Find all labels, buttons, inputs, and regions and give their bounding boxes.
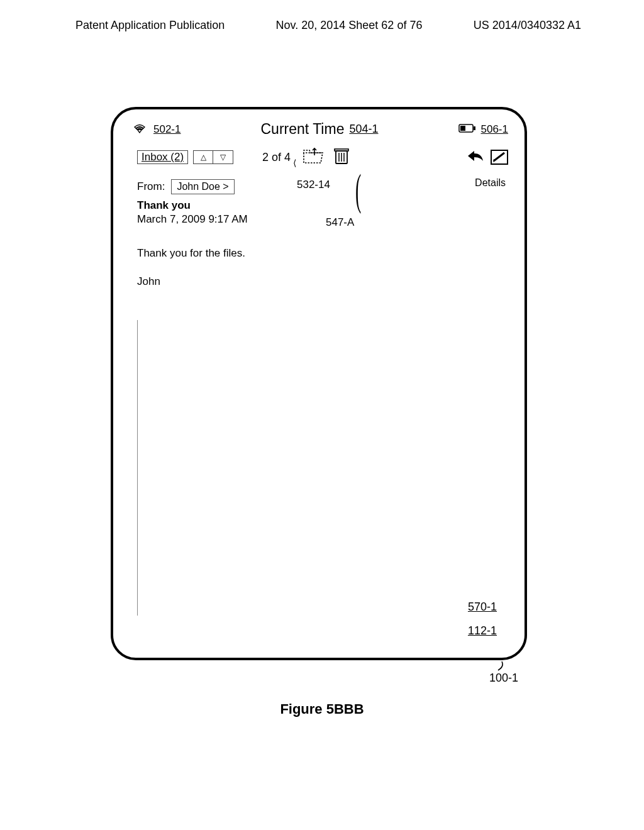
status-bar: 502-1 Current Time 504-1 506-1 xyxy=(113,109,525,144)
inbox-button[interactable]: Inbox (2) xyxy=(137,150,188,164)
nav-arrow-group: △ ▽ xyxy=(193,150,233,164)
nav-bar: Inbox (2) △ ▽ 2 of 4 ⟨ xyxy=(113,144,525,173)
page-header: Patent Application Publication Nov. 20, … xyxy=(0,0,644,38)
svg-line-8 xyxy=(494,153,504,161)
header-right: US 2014/0340332 A1 xyxy=(474,19,581,32)
message-body: Thank you for the files. John xyxy=(113,226,525,290)
body-line-1: Thank you for the files. xyxy=(137,245,508,262)
signal-ref-label: 502-1 xyxy=(153,123,180,136)
ref-532-14: 532-14 xyxy=(297,179,330,191)
compose-icon[interactable] xyxy=(491,150,508,165)
svg-rect-1 xyxy=(460,126,465,131)
sender-chip[interactable]: John Doe > xyxy=(171,179,234,194)
figure-caption: Figure 5BBB xyxy=(0,701,644,717)
wifi-icon xyxy=(132,122,147,136)
svg-rect-2 xyxy=(474,126,475,130)
message-counter: 2 of 4 xyxy=(262,151,291,164)
nav-up-button[interactable]: △ xyxy=(193,150,213,164)
header-left: Patent Application Publication xyxy=(75,19,225,32)
device-frame: 502-1 Current Time 504-1 506-1 Inbox (2)… xyxy=(111,107,527,660)
status-right: 506-1 xyxy=(458,123,508,136)
callout-brace: ( xyxy=(355,165,361,215)
nav-down-button[interactable]: ▽ xyxy=(213,150,233,164)
subject-text: Thank you xyxy=(137,199,508,212)
battery-ref-label: 506-1 xyxy=(481,123,508,136)
body-signature: John xyxy=(137,273,508,290)
status-center: Current Time 504-1 xyxy=(261,121,379,138)
from-label: From: xyxy=(137,180,165,193)
subject-block: Thank you March 7, 2009 9:17 AM xyxy=(113,194,525,226)
current-time-label: Current Time xyxy=(261,121,345,138)
time-ref-label: 504-1 xyxy=(349,123,378,136)
content-margin-line xyxy=(137,320,138,616)
date-text: March 7, 2009 9:17 AM xyxy=(137,213,508,226)
ref-112-1: 112-1 xyxy=(468,624,497,638)
trash-icon[interactable] xyxy=(333,147,350,167)
status-left: 502-1 xyxy=(132,122,180,136)
battery-icon xyxy=(458,123,476,136)
ref-547-a: 547-A xyxy=(326,216,354,229)
nav-right-group xyxy=(467,150,508,165)
ref-570-1: 570-1 xyxy=(468,600,497,614)
details-link[interactable]: Details xyxy=(475,177,506,189)
move-to-folder-icon[interactable]: ⟨ xyxy=(302,147,325,168)
header-center: Nov. 20, 2014 Sheet 62 of 76 xyxy=(276,19,423,32)
reply-icon[interactable] xyxy=(467,150,484,165)
ref-100-1: 100-1 xyxy=(489,672,518,685)
svg-rect-4 xyxy=(335,149,348,151)
cursor-callout-paren: ⟨ xyxy=(293,158,296,168)
